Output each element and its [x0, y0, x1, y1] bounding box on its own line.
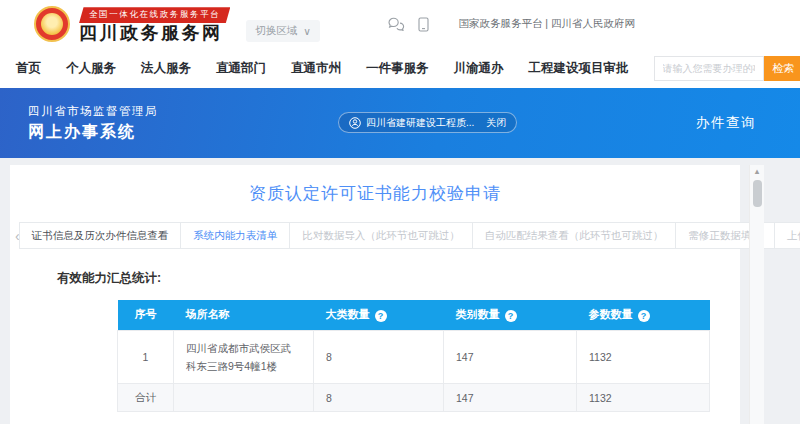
nav-item-legal-person-services[interactable]: 法人服务 — [141, 60, 191, 77]
col-header-major-count-label: 大类数量 — [326, 308, 370, 320]
help-icon[interactable]: ? — [375, 310, 387, 322]
search-input[interactable] — [654, 56, 764, 81]
col-header-site: 场所名称 — [174, 300, 314, 330]
mobile-phone-icon[interactable] — [418, 17, 429, 32]
nav-item-cities[interactable]: 直通市州 — [291, 60, 341, 77]
capability-summary-table: 序号 场所名称 大类数量? 类别数量? 参数数量? 1 四川省成都市武侯 — [117, 300, 710, 412]
cell-major-count: 8 — [314, 384, 444, 412]
region-switcher-label: 切换区域 — [255, 24, 297, 38]
vertical-scrollbar[interactable]: ▴ — [749, 165, 764, 424]
close-user-pill-button[interactable]: 关闭 — [486, 116, 506, 130]
page-title: 资质认定许可证书能力校验申请 — [10, 165, 740, 205]
nav-item-one-thing-service[interactable]: 一件事服务 — [366, 60, 429, 77]
tab-auto-match-results[interactable]: 自动匹配结果查看（此环节也可跳过） — [472, 222, 677, 249]
user-name: 四川省建研建设工程质... — [366, 116, 474, 130]
scroll-up-icon[interactable]: ▴ — [750, 165, 764, 178]
nav-item-home[interactable]: 首页 — [16, 60, 41, 77]
cell-no: 1 — [118, 330, 174, 384]
nav-item-personal-services[interactable]: 个人服务 — [66, 60, 116, 77]
cell-site: 四川省成都市武侯区武科东三路9号4幢1楼 — [174, 330, 314, 384]
col-header-type-count: 类别数量? — [444, 300, 577, 330]
step-tab-bar: ‹ 证书信息及历次办件信息查看 系统内能力表清单 比对数据导入（此环节也可跳过）… — [10, 222, 740, 249]
col-header-no: 序号 — [118, 300, 174, 330]
cell-major-count: 8 — [314, 330, 444, 384]
nav-item-departments[interactable]: 直通部门 — [216, 60, 266, 77]
cell-param-count: 1132 — [577, 384, 710, 412]
topbar-right: 国家政务服务平台 | 四川省人民政府网 — [388, 17, 635, 32]
nav-item-construction-approval[interactable]: 工程建设项目审批 — [529, 60, 629, 77]
table-header-row: 序号 场所名称 大类数量? 类别数量? 参数数量? — [118, 300, 710, 330]
cell-type-count: 147 — [444, 384, 577, 412]
site-name: 四川政务服务网 — [79, 23, 230, 45]
cell-site — [174, 384, 314, 412]
col-header-major-count: 大类数量? — [314, 300, 444, 330]
main-nav: 首页 个人服务 法人服务 直通部门 直通市州 一件事服务 川渝通办 工程建设项目… — [0, 48, 800, 88]
tab-capability-list[interactable]: 系统内能力表清单 — [180, 222, 290, 249]
search-button[interactable]: 检索 — [764, 56, 800, 81]
top-bar: 全国一体化在线政务服务平台 四川政务服务网 切换区域 ∨ 国家政务服务平台 | … — [0, 0, 800, 48]
application-query-link[interactable]: 办件查询 — [696, 114, 756, 132]
help-icon[interactable]: ? — [505, 310, 517, 322]
table-row: 1 四川省成都市武侯区武科东三路9号4幢1楼 8 147 1132 — [118, 330, 710, 384]
help-icon[interactable]: ? — [638, 310, 650, 322]
summary-section-label: 有效能力汇总统计: — [57, 270, 740, 287]
site-brand: 全国一体化在线政务服务平台 四川政务服务网 — [79, 3, 230, 45]
scrollbar-thumb[interactable] — [753, 180, 762, 207]
col-header-type-count-label: 类别数量 — [456, 308, 500, 320]
nav-item-chuanyu[interactable]: 川渝通办 — [454, 60, 504, 77]
tab-comparison-data-import[interactable]: 比对数据导入（此环节也可跳过） — [289, 222, 473, 249]
national-emblem-logo — [34, 6, 70, 42]
tab-certificate-info[interactable]: 证书信息及历次办件信息查看 — [19, 222, 182, 249]
region-switcher-button[interactable]: 切换区域 ∨ — [246, 20, 320, 42]
platform-banner: 全国一体化在线政务服务平台 — [79, 7, 230, 23]
content-area: 资质认定许可证书能力校验申请 ‹ 证书信息及历次办件信息查看 系统内能力表清单 … — [0, 158, 800, 424]
cell-no: 合计 — [118, 384, 174, 412]
nav-search: 检索 — [654, 56, 800, 81]
portal-links[interactable]: 国家政务服务平台 | 四川省人民政府网 — [458, 17, 635, 31]
tab-upload-evidence[interactable]: 上传佐证 › — [774, 222, 800, 249]
wechat-icon[interactable] — [388, 17, 405, 31]
system-banner: 四川省市场监督管理局 网上办事系统 四川省建研建设工程质... 关闭 办件查询 — [0, 88, 800, 158]
tab-upload-evidence-label: 上传佐证 — [787, 229, 800, 241]
col-header-param-count: 参数数量? — [577, 300, 710, 330]
chevron-down-icon: ∨ — [303, 25, 311, 37]
cell-param-count: 1132 — [577, 330, 710, 384]
main-card: 资质认定许可证书能力校验申请 ‹ 证书信息及历次办件信息查看 系统内能力表清单 … — [10, 165, 740, 424]
col-header-param-count-label: 参数数量 — [589, 308, 633, 320]
table-total-row: 合计 8 147 1132 — [118, 384, 710, 412]
national-emblem-center — [41, 13, 63, 35]
user-icon — [349, 117, 361, 129]
cell-type-count: 147 — [444, 330, 577, 384]
logged-in-user-pill: 四川省建研建设工程质... 关闭 — [338, 112, 517, 133]
